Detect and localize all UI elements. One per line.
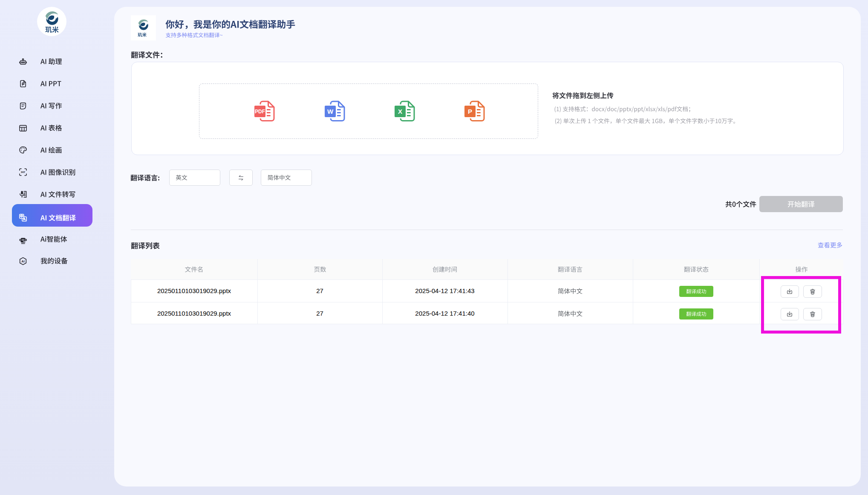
svg-text:ocr: ocr <box>21 170 26 173</box>
svg-text:X: X <box>398 108 402 115</box>
svg-text:P: P <box>468 108 472 115</box>
svg-text:AI: AI <box>21 259 25 263</box>
svg-text:PDF: PDF <box>255 109 265 115</box>
svg-text:W: W <box>327 108 334 115</box>
